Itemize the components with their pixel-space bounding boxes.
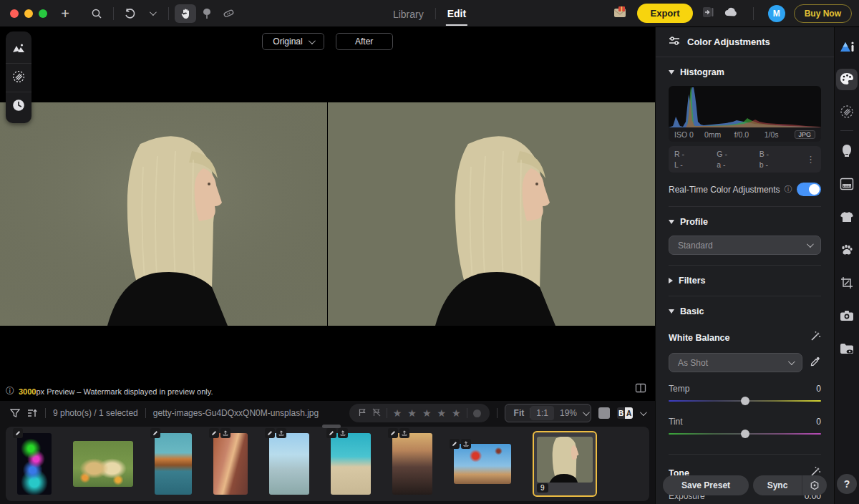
catalog-tools-button[interactable] [836, 339, 858, 360]
thumbnail-tokyo-cityscape[interactable] [269, 433, 309, 495]
window-controls [10, 9, 47, 18]
filters-section-header[interactable]: Filters [669, 276, 821, 286]
kebab-menu-icon[interactable]: ⋮ [802, 154, 815, 165]
star-rating-4[interactable]: ★ [437, 408, 446, 418]
color-tools-button[interactable] [836, 69, 858, 90]
chevron-down-icon[interactable] [583, 409, 590, 416]
tab-library[interactable]: Library [392, 2, 425, 25]
white-balance-dropdown[interactable]: As Shot [669, 353, 802, 372]
shared-badge [276, 428, 286, 438]
current-filename: getty-images-Gu4DQxxQN0M-unsplash.jpg [153, 408, 319, 418]
star-rating-3[interactable]: ★ [422, 408, 432, 418]
histogram-plot [669, 86, 821, 127]
exif-strip: ISO 0 0mm f/0.0 1/0s JPG [669, 127, 821, 142]
export-button[interactable]: Export [637, 4, 692, 23]
hand-tool-button[interactable] [175, 4, 196, 23]
shared-badge [220, 428, 230, 438]
star-rating-2[interactable]: ★ [407, 408, 417, 418]
undo-button[interactable] [120, 4, 141, 23]
thumbnail-neon-spiral[interactable] [17, 433, 52, 495]
shared-badge [338, 428, 348, 438]
export-panel-icon[interactable] [702, 6, 714, 21]
star-rating-5[interactable]: ★ [452, 408, 461, 418]
shared-badge [461, 439, 471, 449]
flag-reject-icon[interactable] [372, 408, 381, 419]
thumbnail-sunset-silhouette[interactable] [392, 433, 432, 495]
before-image[interactable] [0, 102, 327, 326]
shared-badge [399, 428, 409, 438]
close-window-button[interactable] [10, 9, 19, 18]
thumbnail-beach-crowd[interactable] [331, 433, 371, 495]
realtime-toggle[interactable] [797, 183, 821, 196]
temp-slider[interactable] [669, 397, 821, 405]
thumbnail-lakeside-houses[interactable] [155, 433, 192, 495]
zoom-fit-button[interactable]: Fit [508, 406, 530, 420]
structure-tools-button[interactable] [836, 174, 858, 195]
sync-settings-icon[interactable] [802, 475, 827, 495]
add-photos-button[interactable]: + [54, 4, 76, 23]
profile-section-header[interactable]: Profile [669, 217, 821, 227]
sliders-icon [669, 37, 680, 47]
minimize-window-button[interactable] [24, 9, 33, 18]
thumbnail-hot-air-balloons[interactable] [454, 444, 511, 484]
chevron-down-icon[interactable] [640, 409, 647, 416]
history-tool-button[interactable] [6, 92, 31, 120]
compare-original-dropdown[interactable]: Original [262, 33, 324, 50]
history-dropdown-button[interactable] [141, 4, 162, 23]
develop-tools-button[interactable] [836, 102, 858, 123]
zoom-one-to-one-button[interactable]: 1:1 [530, 406, 554, 420]
tint-slider[interactable] [669, 430, 821, 438]
pets-tools-button[interactable] [836, 240, 858, 261]
eyedropper-icon[interactable] [810, 356, 821, 369]
grain-tool-button[interactable] [6, 63, 31, 92]
temp-label: Temp [669, 384, 689, 394]
crop-tools-button[interactable] [836, 273, 858, 294]
edited-badge [265, 428, 275, 438]
eraser-tool-button[interactable] [218, 4, 239, 23]
photo-count-text: 9 photo(s) / 1 selected [53, 408, 138, 418]
thumbnail-blonde-portrait[interactable]: 9 [533, 431, 597, 497]
top-toolbar: + [0, 0, 859, 27]
app-window: + [0, 0, 859, 504]
save-preset-button[interactable]: Save Preset [663, 475, 749, 495]
auto-white-balance-wand-icon[interactable] [810, 331, 821, 344]
tab-edit[interactable]: Edit [446, 1, 467, 26]
cloud-sync-icon[interactable] [723, 6, 739, 20]
split-view-icon[interactable] [635, 382, 646, 396]
thumbnail-puppies-in-meadow[interactable] [73, 441, 133, 487]
scene-expansion-tool-button[interactable] [6, 34, 31, 63]
help-button[interactable]: ? [837, 474, 857, 494]
compare-after-button[interactable]: After [336, 33, 393, 50]
blur-brush-tool-button[interactable] [196, 4, 218, 23]
grain-circle-icon [840, 105, 854, 121]
histogram-section-header[interactable]: Histogram [669, 67, 821, 77]
color-label-button[interactable] [473, 410, 481, 417]
buy-now-button[interactable]: Buy Now [794, 4, 852, 23]
zoom-percent-value[interactable]: 19% [554, 406, 583, 420]
after-image[interactable] [328, 102, 655, 326]
flag-pick-icon[interactable] [358, 408, 367, 419]
search-button[interactable] [86, 4, 107, 23]
whats-new-icon[interactable] [613, 6, 629, 21]
account-avatar[interactable]: M [768, 5, 785, 22]
basic-section-header[interactable]: Basic [669, 306, 821, 316]
thumbnail-old-town-alley[interactable] [213, 433, 248, 495]
sync-button[interactable]: Sync [753, 475, 802, 495]
profile-dropdown[interactable]: Standard [669, 236, 821, 255]
collapse-icon [669, 220, 674, 224]
mountains-icon [12, 42, 25, 56]
filter-icon[interactable] [10, 408, 20, 418]
clothing-tools-button[interactable] [836, 207, 858, 228]
star-rating-1[interactable]: ★ [393, 408, 402, 418]
filmstrip-panel: 9 photo(s) / 1 selected getty-images-Gu4… [0, 401, 655, 504]
zoom-window-button[interactable] [39, 9, 47, 18]
tshirt-icon [840, 210, 854, 226]
blur-brush-tool-icon [202, 8, 212, 19]
temp-value: 0 [816, 384, 821, 394]
portrait-tools-button[interactable] [836, 141, 858, 163]
single-view-button[interactable] [598, 407, 610, 419]
camera-tools-button[interactable] [836, 306, 858, 327]
before-after-toggle[interactable]: B A [617, 407, 633, 419]
sort-icon[interactable] [27, 408, 38, 418]
collapse-icon [669, 70, 674, 74]
